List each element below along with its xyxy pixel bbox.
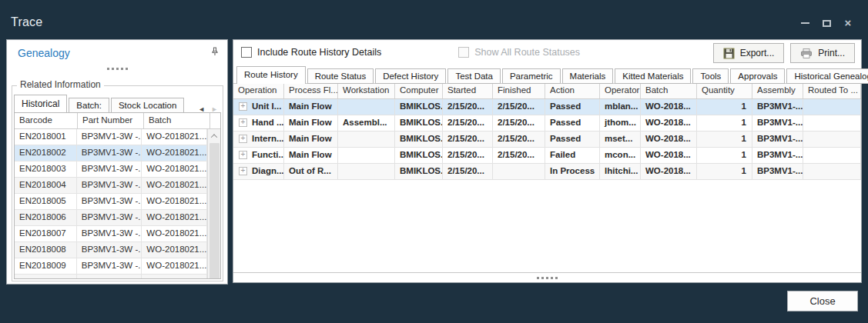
cell: BP3MV1-... bbox=[752, 99, 803, 115]
cell: Unit I... bbox=[233, 99, 284, 115]
vertical-scrollbar[interactable] bbox=[207, 129, 220, 278]
tab-route-status[interactable]: Route Status bbox=[307, 68, 374, 84]
column-header-operator[interactable]: Operator bbox=[600, 84, 641, 98]
scroll-up-button[interactable] bbox=[208, 129, 221, 142]
cell: 1 bbox=[697, 99, 752, 115]
cell: EN2018004 bbox=[15, 178, 77, 193]
minimize-button[interactable] bbox=[799, 18, 811, 28]
cell: WO-2018021... bbox=[142, 162, 207, 177]
table-row[interactable]: EN2018007BP3MV1-3W -...WO-2018021... bbox=[15, 226, 207, 242]
cell: BP3MV1-... bbox=[752, 132, 803, 147]
table-row[interactable]: EN2018010BP3MV1-3W -...WO-2018021... bbox=[15, 275, 207, 278]
grid-row[interactable]: Diagn...Out of R...BMIKLOS...2/15/20...I… bbox=[233, 164, 861, 180]
related-tab-batch[interactable]: Batch: bbox=[69, 98, 109, 113]
table-row[interactable]: EN2018001BP3MV1-3W -...WO-2018021... bbox=[15, 129, 207, 145]
grid-row[interactable]: Hand ...Main FlowAssembl...BMIKLOS...2/1… bbox=[233, 115, 861, 132]
cell bbox=[803, 132, 861, 147]
tab-tools[interactable]: Tools bbox=[692, 68, 729, 84]
cell: BMIKLOS... bbox=[395, 132, 443, 147]
export-button[interactable]: Export... bbox=[713, 43, 785, 63]
table-row[interactable]: EN2018008BP3MV1-3W -...WO-2018021... bbox=[15, 242, 207, 258]
cell: Failed bbox=[545, 148, 600, 163]
cell bbox=[338, 132, 395, 147]
tab-parametric[interactable]: Parametric bbox=[502, 68, 561, 84]
cell: 2/15/20... bbox=[493, 115, 545, 131]
column-header-action[interactable]: Action bbox=[545, 84, 600, 98]
export-button-label: Export... bbox=[740, 48, 775, 58]
column-header-process-fl[interactable]: Process Fl... bbox=[284, 84, 338, 98]
horizontal-splitter-handle[interactable] bbox=[7, 65, 227, 72]
cell: Hand ... bbox=[233, 115, 284, 131]
cell: Intern... bbox=[233, 132, 284, 147]
splitter-dots-icon bbox=[537, 277, 558, 279]
expand-row-icon[interactable] bbox=[239, 167, 247, 175]
cell: BP3MV1-3W -... bbox=[77, 194, 142, 209]
tab-test-data[interactable]: Test Data bbox=[447, 68, 501, 84]
close-button[interactable]: Close bbox=[787, 291, 858, 311]
column-header-computer[interactable]: Computer bbox=[395, 84, 443, 98]
column-header-routed-to[interactable]: Routed To ... bbox=[803, 84, 861, 98]
table-row[interactable]: EN2018009BP3MV1-3W -...WO-2018021... bbox=[15, 258, 207, 275]
table-row[interactable]: EN2018005BP3MV1-3W -...WO-2018021... bbox=[15, 194, 207, 210]
checkbox-box-icon bbox=[458, 47, 469, 58]
cell: WO-2018021... bbox=[142, 258, 207, 274]
tab-approvals[interactable]: Approvals bbox=[730, 68, 785, 84]
scrollbar-thumb[interactable] bbox=[209, 143, 220, 278]
tab-route-history[interactable]: Route History bbox=[236, 66, 306, 84]
cell: 1 bbox=[697, 148, 752, 163]
column-header-barcode[interactable]: Barcode bbox=[15, 113, 78, 128]
tab-historical-genealogy[interactable]: Historical Genealogy bbox=[786, 68, 868, 84]
options-row: Include Route History Details Show All R… bbox=[241, 47, 580, 58]
grid-row[interactable]: Functi...Main FlowBMIKLOS...2/15/20...2/… bbox=[233, 148, 861, 164]
maximize-button[interactable] bbox=[820, 18, 833, 28]
table-row[interactable]: EN2018002BP3MV1-3W -...WO-2018021... bbox=[15, 145, 207, 162]
bottom-splitter-handle[interactable] bbox=[233, 272, 861, 282]
splitter-dots-icon bbox=[107, 68, 128, 70]
include-route-history-details-checkbox[interactable]: Include Route History Details bbox=[241, 47, 381, 58]
cell: WO-2018021... bbox=[142, 178, 207, 193]
related-tab-historical[interactable]: Historical bbox=[14, 95, 67, 113]
column-header-workstation[interactable]: Workstation bbox=[338, 84, 395, 98]
close-icon: × bbox=[845, 18, 852, 28]
column-header-quantity[interactable]: Quantity bbox=[697, 84, 752, 98]
expand-row-icon[interactable] bbox=[239, 135, 247, 143]
toolbar: Export... Print... bbox=[713, 43, 855, 63]
table-row[interactable]: EN2018006BP3MV1-3W -...WO-2018021... bbox=[15, 210, 207, 226]
expand-row-icon[interactable] bbox=[239, 118, 247, 127]
close-window-button[interactable]: × bbox=[842, 18, 854, 28]
column-header-assembly[interactable]: Assembly bbox=[752, 84, 803, 98]
genealogy-table: BarcodePart NumberBatch EN2018001BP3MV1-… bbox=[14, 112, 221, 279]
print-button-label: Print... bbox=[818, 48, 845, 58]
cell bbox=[803, 164, 861, 179]
tab-defect-history[interactable]: Defect History bbox=[375, 68, 446, 84]
column-header-batch[interactable]: Batch bbox=[641, 84, 697, 98]
print-button[interactable]: Print... bbox=[790, 43, 855, 63]
cell: Out of R... bbox=[284, 164, 338, 179]
column-header-finished[interactable]: Finished bbox=[493, 84, 545, 98]
cell bbox=[803, 115, 861, 131]
expand-row-icon[interactable] bbox=[239, 151, 247, 159]
tab-kitted-materials[interactable]: Kitted Materials bbox=[615, 68, 691, 84]
expand-row-icon[interactable] bbox=[239, 102, 247, 111]
cell: Main Flow bbox=[284, 115, 338, 131]
grid-row[interactable]: Unit I...Main FlowBMIKLOS...2/15/20...2/… bbox=[233, 99, 861, 115]
cell: mblan... bbox=[600, 99, 641, 115]
cell: mset... bbox=[600, 132, 641, 147]
cell: WO-2018021... bbox=[142, 145, 207, 161]
cell: EN2018006 bbox=[15, 210, 77, 225]
cell: 1 bbox=[697, 164, 752, 179]
column-header-batch[interactable]: Batch bbox=[144, 113, 210, 128]
cell bbox=[493, 164, 545, 179]
column-header-started[interactable]: Started bbox=[443, 84, 493, 98]
column-header-operation[interactable]: Operation bbox=[233, 84, 284, 98]
column-header-part-number[interactable]: Part Number bbox=[78, 113, 144, 128]
cell: BP3MV1-... bbox=[752, 164, 803, 179]
related-tab-stock-location[interactable]: Stock Location bbox=[111, 98, 184, 113]
tab-materials[interactable]: Materials bbox=[562, 68, 614, 84]
pin-button[interactable] bbox=[209, 46, 220, 57]
grid-row[interactable]: Intern...Main FlowBMIKLOS...2/15/20...2/… bbox=[233, 132, 861, 148]
table-row[interactable]: EN2018003BP3MV1-3W -...WO-2018021... bbox=[15, 162, 207, 178]
cell: 2/15/20... bbox=[493, 99, 545, 115]
table-row[interactable]: EN2018004BP3MV1-3W -...WO-2018021... bbox=[15, 178, 207, 194]
cell: WO-2018021... bbox=[142, 275, 207, 278]
